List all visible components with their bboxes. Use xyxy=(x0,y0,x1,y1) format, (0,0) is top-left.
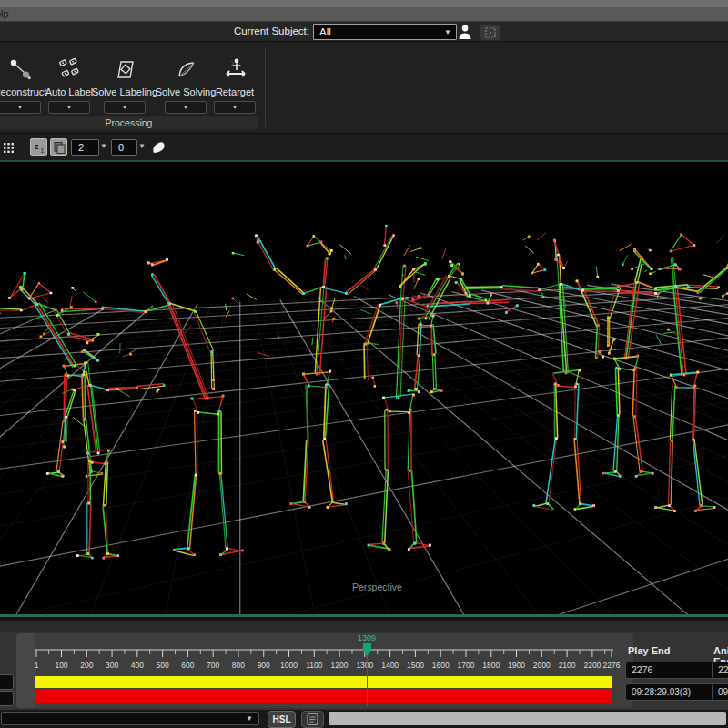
marker-pen-button[interactable] xyxy=(150,139,167,156)
ruler-tick-label: 1100 xyxy=(306,661,323,670)
retarget-icon xyxy=(221,56,248,83)
ruler-tick-label: 800 xyxy=(232,661,245,670)
status-bar: ▼ HSL xyxy=(0,710,728,728)
current-subject-label: Current Subject: xyxy=(209,25,309,36)
range-field-start-b[interactable] xyxy=(0,691,14,706)
grid-pane-icon xyxy=(485,27,496,38)
ruler-tick-label: 900 xyxy=(258,661,270,670)
marker-triangle xyxy=(670,234,696,253)
ruler-tick-label: 1800 xyxy=(482,661,500,670)
ruler-tick-label: 2276 xyxy=(603,661,621,670)
ruler-tick-label: 500 xyxy=(157,661,169,670)
floor-grid xyxy=(0,284,728,614)
hsl-button[interactable]: HSL xyxy=(268,711,296,728)
secondary-combobox[interactable]: 0 xyxy=(111,139,137,156)
play-end-frame-field[interactable]: 2276 xyxy=(625,662,718,679)
marker-triangle xyxy=(531,263,547,274)
mocap-figure xyxy=(596,244,728,477)
retarget-label: Retarget xyxy=(216,86,254,97)
script-button[interactable] xyxy=(301,711,324,728)
play-end-label: Play End xyxy=(628,645,670,656)
level-combobox[interactable]: 2 xyxy=(71,139,99,156)
mocap-figure xyxy=(255,225,395,509)
timeline-ruler[interactable]: 1100200300400500600700800900100011001200… xyxy=(16,633,633,675)
subject-bar: Current Subject: All ▼ xyxy=(0,22,728,42)
mocap-figure xyxy=(576,228,728,512)
ruler-tick-label: 1700 xyxy=(458,661,475,670)
anim-end-time-field[interactable]: 09:28:29.03(3) xyxy=(712,683,728,701)
sort-labels-toggle[interactable]: z 1 xyxy=(30,138,47,156)
solve-solving-icon xyxy=(172,56,199,83)
solve-labeling-dropdown[interactable]: ▼ xyxy=(104,101,146,114)
retarget-dropdown[interactable]: ▼ xyxy=(214,101,256,114)
chevron-down-icon: ▼ xyxy=(444,25,451,40)
subject-person-button[interactable] xyxy=(455,23,475,40)
playhead-line xyxy=(367,656,368,706)
solve-labeling-button[interactable]: Solve Labeling ▼ xyxy=(91,53,158,114)
mocap-figure xyxy=(56,252,269,556)
viewport-bottom-strip xyxy=(0,620,728,632)
svg-text:1: 1 xyxy=(40,147,44,154)
ruler-tick-label: 1 xyxy=(35,661,39,670)
timeline-track-area: 1100200300400500600700800900100011001200… xyxy=(16,633,633,708)
viewport-camera-label: Perspective xyxy=(352,581,402,592)
secondary-dropdown-arrow[interactable]: ▼ xyxy=(138,142,146,150)
solve-labeling-label: Solve Labeling xyxy=(92,86,157,97)
timeline-track-red[interactable] xyxy=(35,689,612,703)
ruler-tick-label: 2200 xyxy=(583,661,601,670)
ribbon-separator xyxy=(265,47,266,127)
menu-item-help[interactable]: Help xyxy=(0,7,9,21)
ruler-tick-label: 1600 xyxy=(432,661,450,670)
auto-label-dropdown[interactable]: ▼ xyxy=(48,101,90,114)
film-grid-icon xyxy=(3,142,15,154)
level-value: 2 xyxy=(78,142,84,153)
anim-end-frame-field[interactable]: 2276 xyxy=(712,662,728,679)
range-field-start-a[interactable] xyxy=(0,674,14,690)
subject-person-icon xyxy=(458,24,472,40)
ruler-tick-label: 300 xyxy=(106,661,118,670)
viewport-3d[interactable] xyxy=(0,162,728,614)
film-grid-button[interactable] xyxy=(1,140,15,155)
ruler-tick-label: 2100 xyxy=(559,661,576,670)
view-toolbar: z 1 2 ▼ 0 ▼ xyxy=(0,133,728,160)
ruler-tick-label: 1300 xyxy=(356,661,373,670)
mocap-figure xyxy=(339,245,518,551)
marker-pen-icon xyxy=(151,140,166,155)
chevron-down-icon: ▼ xyxy=(246,714,253,723)
timeline-panel: 1100200300400500600700800900100011001200… xyxy=(0,632,728,710)
timeline-track-yellow[interactable] xyxy=(35,676,612,688)
sort-labels-icon: z 1 xyxy=(32,140,46,155)
copy-pages-icon xyxy=(52,140,66,155)
copy-pages-toggle[interactable] xyxy=(50,138,67,156)
auto-label-icon xyxy=(56,56,83,83)
retarget-button[interactable]: Retarget ▼ xyxy=(201,53,268,114)
window-title-strip xyxy=(0,0,728,7)
ruler-tick-label: 400 xyxy=(131,661,144,670)
ruler-tick-label: 200 xyxy=(80,661,93,670)
auto-label-label: Auto Label xyxy=(46,86,94,97)
current-subject-combobox[interactable]: All ▼ xyxy=(313,24,457,40)
svg-text:z: z xyxy=(35,141,39,150)
processing-ribbon: Reconstruct ▼ Auto Label ▼ Sol xyxy=(0,42,728,133)
script-icon xyxy=(306,713,319,726)
level-dropdown-arrow[interactable]: ▼ xyxy=(100,142,107,150)
ribbon-group-label: Processing xyxy=(0,116,258,129)
menu-bar: Help xyxy=(0,7,728,22)
mocap-figure xyxy=(455,233,604,511)
ruler-tick-label: 1400 xyxy=(381,661,399,670)
play-end-time-field[interactable]: 09:28:29.03(3) xyxy=(625,683,718,701)
marker-triangle xyxy=(307,235,323,247)
application-window: Help Current Subject: All ▼ xyxy=(0,0,728,728)
solve-labeling-icon xyxy=(111,56,138,83)
ruler-tick-label: 100 xyxy=(55,661,67,670)
status-combobox[interactable]: ▼ xyxy=(1,712,259,725)
viewport-3d-container xyxy=(0,160,728,617)
ruler-tick-label: 2000 xyxy=(533,661,551,670)
ruler-tick-label: 1000 xyxy=(280,661,298,670)
grid-pane-button[interactable] xyxy=(480,24,500,41)
ruler-tick-label: 1500 xyxy=(407,661,424,670)
playhead-frame-label: 1309 xyxy=(349,633,385,642)
ruler-tick-label: 1900 xyxy=(508,661,525,670)
ruler-tick-label: 700 xyxy=(207,661,219,670)
script-progress-bar[interactable] xyxy=(329,712,726,725)
